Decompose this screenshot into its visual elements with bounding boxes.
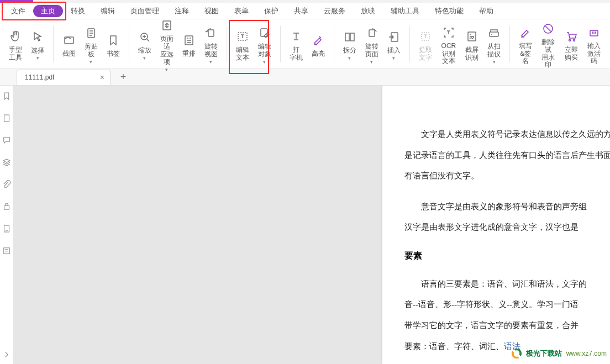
- reflow-button[interactable]: 重排: [178, 30, 200, 58]
- select-button[interactable]: 选择 ▾: [27, 27, 49, 61]
- enter-code-label: 输入 激活码: [586, 43, 602, 65]
- chevron-down-icon: ▾: [143, 55, 146, 61]
- highlight-button[interactable]: 高亮: [307, 30, 329, 58]
- bookmarks-panel-icon[interactable]: [2, 91, 12, 101]
- ocr-button[interactable]: OCR 识别文本: [437, 23, 461, 65]
- menu-special[interactable]: 特色功能: [427, 3, 471, 19]
- menu-share[interactable]: 共享: [286, 3, 316, 19]
- document-tab[interactable]: 11111.pdf ×: [17, 70, 111, 85]
- attachments-panel-icon[interactable]: [2, 180, 12, 189]
- doc-paragraph: 带学习它的文字，语言文字的要素有重复，合并: [404, 315, 610, 336]
- chevron-down-icon: ▾: [493, 59, 496, 65]
- comments-panel-icon[interactable]: [2, 135, 12, 145]
- remove-watermark-icon: [540, 21, 556, 36]
- typewriter-icon: [288, 29, 304, 44]
- pages-panel-icon[interactable]: [2, 113, 12, 123]
- menu-file[interactable]: 文件: [3, 3, 33, 19]
- form-fields-panel-icon[interactable]: [2, 246, 12, 256]
- rotate-page-button[interactable]: 旋转 页面 ▾: [361, 23, 383, 65]
- doc-paragraph: 有语言但没有文字。: [404, 166, 610, 187]
- zoom-button[interactable]: 缩放 ▾: [134, 27, 156, 61]
- split-button[interactable]: 拆分 ▾: [339, 27, 361, 61]
- remove-trial-wm-button[interactable]: 删除试 用水印: [537, 19, 560, 69]
- hand-tool-label: 手型 工具: [9, 46, 22, 62]
- edit-text-label: 编辑 文本: [236, 46, 249, 62]
- screen-ocr-button[interactable]: 截屏 识别: [461, 27, 483, 62]
- bookmark-button[interactable]: 书签: [102, 30, 124, 58]
- pen-icon: [518, 25, 533, 40]
- insert-button[interactable]: 插入 ▾: [383, 27, 405, 61]
- buy-now-label: 立即 购买: [565, 46, 578, 62]
- collapse-rail-icon[interactable]: [2, 350, 12, 360]
- screen-ocr-icon: [464, 29, 480, 44]
- from-scanner-label: 从扫 描仪: [487, 43, 501, 59]
- rotate-view-label: 旋转 视图: [204, 43, 218, 59]
- doc-paragraph: 是记录语言的工具，人类往往先有口头的语言后产生书面的文字: [404, 145, 610, 166]
- document-canvas[interactable]: 文字是人类用表义符号记录表达信息以传之久远的方式和工 是记录语言的工具，人类往往…: [13, 86, 610, 364]
- signatures-panel-icon[interactable]: [2, 224, 12, 234]
- svg-rect-5: [208, 30, 214, 36]
- enter-code-button[interactable]: 输入 激活码: [582, 23, 606, 65]
- document-tab-bar: 11111.pdf × +: [0, 69, 610, 86]
- menu-help[interactable]: 帮助: [471, 3, 501, 19]
- chevron-down-icon: ▾: [165, 67, 168, 72]
- rotate-page-icon: [364, 25, 380, 41]
- page-fit-button[interactable]: 页面适 应选项 ▾: [156, 15, 178, 72]
- chevron-down-icon: ▾: [392, 55, 395, 61]
- clipboard-icon: [83, 25, 99, 41]
- screenshot-button[interactable]: 截图: [58, 30, 80, 58]
- doc-paragraph: 汉字是由表形文字进化成的意音文字，汉字也是: [404, 217, 610, 238]
- menu-convert[interactable]: 转换: [63, 3, 93, 19]
- hand-icon: [8, 29, 23, 44]
- loading-strip: [0, 0, 610, 3]
- clipboard-button[interactable]: 剪贴 板 ▾: [80, 23, 102, 65]
- highlighter-icon: [311, 33, 326, 48]
- layers-panel-icon[interactable]: [2, 157, 12, 167]
- menu-forms[interactable]: 表单: [227, 3, 256, 19]
- aurora-logo-icon: [509, 346, 524, 361]
- side-panel-rail: [0, 86, 13, 364]
- insert-icon: [386, 29, 402, 45]
- zoom-label: 缩放: [138, 47, 151, 55]
- select-label: 选择: [31, 47, 44, 55]
- fill-sign-button[interactable]: 填写 &签名: [514, 23, 537, 65]
- menu-edit[interactable]: 编辑: [93, 3, 123, 19]
- menu-cloud[interactable]: 云服务: [316, 3, 353, 19]
- from-scanner-button[interactable]: 从扫 描仪 ▾: [483, 23, 505, 65]
- screenshot-label: 截图: [62, 50, 76, 58]
- key-icon: [586, 25, 602, 40]
- ribbon-toolbar: 手型 工具 选择 ▾ 截图 剪贴 板 ▾ 书签 缩放 ▾: [0, 19, 610, 69]
- new-tab-button[interactable]: +: [115, 69, 132, 86]
- cart-icon: [564, 29, 579, 44]
- close-icon[interactable]: ×: [100, 73, 104, 82]
- hand-tool-button[interactable]: 手型 工具: [4, 27, 27, 62]
- svg-rect-21: [4, 225, 9, 232]
- rotate-view-button[interactable]: 旋转 视图 ▾: [200, 23, 222, 65]
- edit-text-button[interactable]: 编辑 文本: [232, 27, 254, 62]
- menu-present[interactable]: 放映: [353, 3, 383, 19]
- chevron-down-icon: ▾: [370, 59, 373, 65]
- security-panel-icon[interactable]: [2, 202, 12, 212]
- menu-protect[interactable]: 保护: [256, 3, 286, 19]
- remove-trial-wm-label: 删除试 用水印: [540, 39, 556, 69]
- screen-ocr-label: 截屏 识别: [465, 46, 478, 62]
- clipboard-label: 剪贴 板: [85, 43, 98, 59]
- watermark-brand: 极光下载站: [526, 349, 562, 358]
- typewriter-button[interactable]: 打 字机: [285, 27, 307, 62]
- chevron-down-icon: ▾: [36, 55, 39, 61]
- buy-now-button[interactable]: 立即 购买: [560, 27, 582, 62]
- svg-rect-9: [350, 33, 354, 41]
- doc-heading: 要素: [404, 250, 610, 262]
- edit-object-button[interactable]: 编辑 对象 ▾: [254, 23, 276, 65]
- document-tab-title: 11111.pdf: [25, 73, 54, 81]
- menu-access[interactable]: 辅助工具: [383, 3, 427, 19]
- extract-text-icon: [418, 29, 433, 44]
- edit-text-icon: [235, 29, 250, 44]
- ocr-label: OCR 识别文本: [440, 43, 458, 65]
- edit-object-icon: [257, 25, 272, 41]
- extract-text-button[interactable]: 提取 文字: [414, 27, 437, 62]
- chevron-down-icon: ▾: [209, 59, 212, 65]
- menu-home[interactable]: 主页: [33, 5, 63, 17]
- menu-view[interactable]: 视图: [197, 3, 227, 19]
- svg-rect-8: [345, 33, 349, 41]
